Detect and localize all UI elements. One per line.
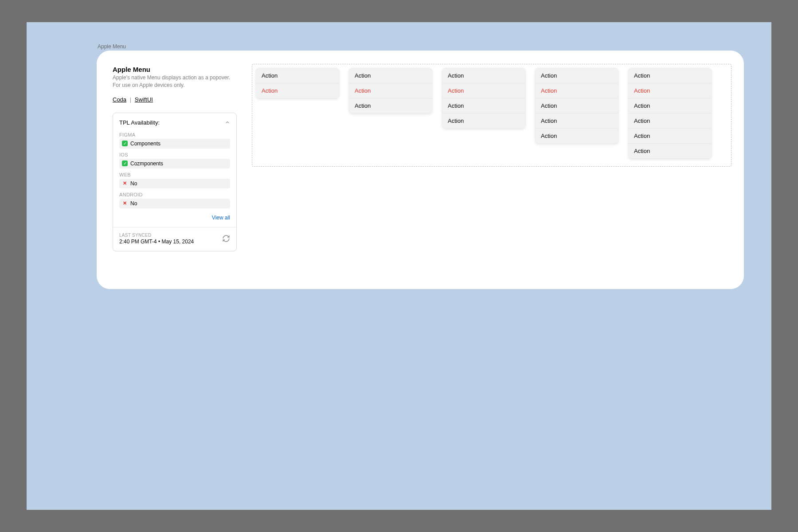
menu-item[interactable]: Action [629, 113, 711, 129]
menu-item[interactable]: Action [536, 83, 618, 98]
menu-item[interactable]: Action [256, 83, 339, 98]
last-synced-label: LAST SYNCED [119, 233, 194, 238]
availability-title: TPL Availability: [119, 119, 160, 126]
last-synced-value: 2:40 PM GMT-4 • May 15, 2024 [119, 239, 194, 245]
menu-item[interactable]: Action [442, 83, 525, 98]
link-swiftui[interactable]: SwiftUI [135, 96, 153, 103]
avail-group-web: WEB [119, 172, 230, 177]
doc-links: Coda | SwiftUI [113, 96, 238, 103]
menu-item[interactable]: Action [536, 129, 618, 143]
menu-1: ActionAction [256, 68, 339, 98]
check-icon: ✓ [122, 160, 128, 166]
menu-item[interactable]: Action [536, 98, 618, 113]
menu-item[interactable]: Action [629, 98, 711, 113]
menu-item[interactable]: Action [349, 68, 432, 83]
avail-group-figma: FIGMA [119, 132, 230, 137]
menu-item[interactable]: Action [442, 68, 525, 83]
doc-panel: Apple Menu Apple's native Menu displays … [97, 51, 744, 289]
menu-item[interactable]: Action [442, 113, 525, 128]
page-description: Apple's native Menu displays action as a… [113, 74, 238, 89]
menu-item[interactable]: Action [349, 83, 432, 98]
avail-label: Cozmponents [130, 160, 163, 167]
menu-item[interactable]: Action [629, 68, 711, 83]
menu-item[interactable]: Action [256, 68, 339, 83]
menu-item[interactable]: Action [536, 68, 618, 83]
menu-4: ActionActionActionActionAction [535, 68, 618, 144]
link-coda[interactable]: Coda [113, 96, 126, 103]
avail-row: ✓Cozmponents [119, 159, 230, 168]
avail-row: ✕No [119, 179, 230, 188]
page-title: Apple Menu [113, 66, 238, 73]
chevron-up-icon[interactable] [225, 120, 230, 125]
avail-group-android: ANDROID [119, 192, 230, 197]
menu-item[interactable]: Action [629, 83, 711, 98]
cross-icon: ✕ [122, 200, 128, 206]
cross-icon: ✕ [122, 180, 128, 186]
figma-canvas: Apple Menu Apple Menu Apple's native Men… [0, 0, 798, 532]
menu-item[interactable]: Action [349, 98, 432, 113]
menu-item[interactable]: Action [629, 129, 711, 144]
view-all-link[interactable]: View all [212, 215, 230, 221]
component-stage: ActionActionActionActionActionActionActi… [252, 64, 732, 167]
avail-label: Components [130, 141, 160, 147]
check-icon: ✓ [122, 141, 128, 146]
avail-group-ios: IOS [119, 152, 230, 157]
menu-item[interactable]: Action [629, 144, 711, 158]
avail-row: ✓Components [119, 139, 230, 149]
frame-label: Apple Menu [98, 43, 126, 50]
menu-5: ActionActionActionActionActionAction [628, 68, 712, 159]
menu-2: ActionActionAction [349, 68, 432, 113]
menu-3: ActionActionActionAction [442, 68, 525, 129]
menu-item[interactable]: Action [536, 113, 618, 129]
avail-label: No [130, 180, 137, 187]
artboard: Apple Menu Apple Menu Apple's native Men… [27, 22, 771, 510]
availability-card: TPL Availability: FIGMA✓ComponentsIOS✓Co… [113, 113, 237, 251]
link-separator: | [130, 96, 131, 103]
menu-item[interactable]: Action [442, 98, 525, 113]
avail-label: No [130, 200, 137, 207]
refresh-icon[interactable] [222, 235, 230, 243]
avail-row: ✕No [119, 199, 230, 208]
